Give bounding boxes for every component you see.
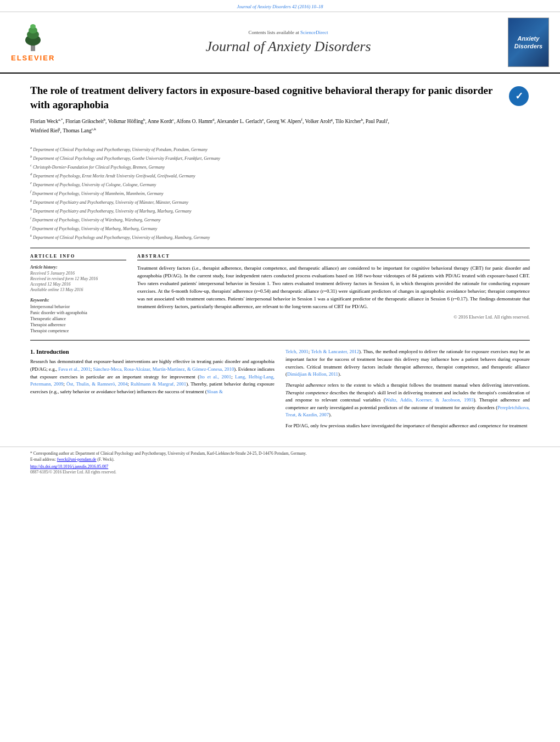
ref-ost[interactable]: Öst, Thulin, & Ramnerö, 2004 — [66, 381, 127, 387]
affiliation-h: h Department of Psychiatry and Psychothe… — [30, 207, 530, 215]
ref-dimidjian[interactable]: Dimidjian & Hollon, 2011 — [287, 371, 338, 377]
ref-telch-2001[interactable]: Telch, 2001 — [285, 349, 309, 354]
intro-paragraph-right-2: Therapist adherence refers to the extent… — [285, 382, 530, 419]
header-left: ELSEVIER — [11, 23, 82, 62]
corresponding-author-note: * Corresponding author at: Department of… — [30, 450, 530, 463]
article-title-section: The role of treatment delivery factors i… — [30, 83, 530, 138]
elsevier-logo: ELSEVIER — [11, 23, 82, 62]
article-info-abstract: ARTICLE INFO Article history: Received 5… — [30, 254, 530, 334]
accepted-date: Accepted 12 May 2016 — [30, 282, 126, 287]
ref-waltz[interactable]: Waltz, Addis, Koerner, & Jacobson, 1993 — [385, 397, 474, 403]
article-body: The role of treatment delivery factors i… — [0, 74, 560, 439]
affiliation-j: j Department of Psychology, University o… — [30, 224, 530, 232]
article-title-text: The role of treatment delivery factors i… — [30, 83, 502, 138]
intro-paragraph-right-1: Telch, 2001; Telch & Lancaster, 2012). T… — [285, 348, 530, 378]
sciencedirect-link: Contents lists available at ScienceDirec… — [88, 30, 489, 35]
elsevier-wordmark: ELSEVIER — [11, 54, 55, 62]
journal-cover-text: AnxietyDisorders — [514, 35, 542, 51]
affiliations: a Department of Clinical Psychology and … — [30, 145, 530, 242]
header-right: AnxietyDisorders — [494, 18, 549, 67]
divider-after-affiliations — [30, 248, 530, 248]
journal-title: Journal of Anxiety Disorders — [88, 38, 489, 55]
available-date: Available online 13 May 2016 — [30, 287, 126, 292]
main-left: 1. Introduction Research has demonstrate… — [30, 348, 275, 433]
affiliation-c: c Christoph-Dornier-Foundation for Clini… — [30, 163, 530, 171]
abstract-text: Treatment delivery factors (i.e., therap… — [137, 265, 530, 311]
ref-sloan[interactable]: Sloan & — [207, 389, 223, 394]
main-right: Telch, 2001; Telch & Lancaster, 2012). T… — [285, 348, 530, 433]
ref-telch-2012[interactable]: Telch & Lancaster, 2012 — [311, 349, 360, 354]
email-person: (F. Weck). — [97, 457, 114, 462]
sciencedirect-anchor[interactable]: ScienceDirect — [300, 30, 328, 35]
intro-paragraph-1: Research has demonstrated that exposure-… — [30, 358, 275, 395]
affiliation-a: a Department of Clinical Psychology and … — [30, 145, 530, 153]
keywords-block: Keywords: Interpersonal behavior Panic d… — [30, 298, 126, 333]
affiliation-f: f Department of Psychology, University o… — [30, 189, 530, 197]
email-link[interactable]: fweck@uni-potsdam.de — [57, 457, 97, 462]
keyword-5: Therapist competence — [30, 328, 126, 333]
therapist-competence-term: Therapist competence — [285, 390, 328, 395]
page: Journal of Anxiety Disorders 42 (2016) 1… — [0, 0, 560, 742]
elsevier-tree-icon — [11, 23, 55, 53]
affiliation-i: i Department of Psychology, University o… — [30, 215, 530, 224]
ref-sanchez[interactable]: Sánchez-Meca, Rosa-Alcázar, Martín-Martí… — [93, 366, 234, 372]
header: ELSEVIER Contents lists available at Sci… — [0, 12, 560, 74]
svg-point-4 — [30, 24, 36, 29]
affiliation-b: b Department of Clinical Psychology and … — [30, 154, 530, 162]
article-info-head: ARTICLE INFO — [30, 254, 126, 260]
header-center: Contents lists available at ScienceDirec… — [88, 30, 489, 55]
affiliation-e: e Department of Psychology, University o… — [30, 180, 530, 188]
journal-cover: AnxietyDisorders — [508, 18, 549, 67]
crossmark[interactable]: ✓ — [508, 83, 530, 138]
article-history: Article history: Received 5 January 2016… — [30, 265, 126, 292]
affiliation-d: d Department of Psychology, Ernst Moritz… — [30, 171, 530, 180]
keyword-3: Therapeutic alliance — [30, 316, 126, 321]
crossmark-badge[interactable]: ✓ — [509, 86, 529, 106]
keyword-1: Interpersonal behavior — [30, 304, 126, 309]
email-label: E-mail address: — [30, 457, 56, 462]
affiliation-g: g Department of Psychiatry and Psychothe… — [30, 198, 530, 206]
copyright: © 2016 Elsevier Ltd. All rights reserved… — [137, 314, 530, 320]
top-bar: Journal of Anxiety Disorders 42 (2016) 1… — [0, 0, 560, 12]
keywords-label: Keywords: — [30, 298, 126, 303]
keyword-4: Therapist adherence — [30, 322, 126, 327]
right-col: ABSTRACT Treatment delivery factors (i.e… — [137, 254, 530, 334]
doi-anchor[interactable]: http://dx.doi.org/10.1016/j.janxdis.2016… — [30, 464, 108, 469]
footer: * Corresponding author at: Department of… — [0, 447, 560, 481]
ref-ruhlmann[interactable]: Ruhlmann & Margraf, 2001 — [131, 381, 186, 387]
keyword-2: Panic disorder with agoraphobia — [30, 310, 126, 315]
journal-ref: Journal of Anxiety Disorders 42 (2016) 1… — [237, 4, 323, 9]
history-label: Article history: — [30, 265, 126, 270]
issn-text: 0887-6185/© 2016 Elsevier Ltd. All right… — [30, 470, 530, 475]
ref-perepletchikova[interactable]: Perepletchikova, Treat, & Kazdin, 2007 — [285, 405, 530, 418]
left-col: ARTICLE INFO Article history: Received 5… — [30, 254, 126, 334]
article-main-title: The role of treatment delivery factors i… — [30, 83, 502, 111]
received-date: Received 5 January 2016 — [30, 271, 126, 276]
abstract-head: ABSTRACT — [137, 254, 530, 260]
intro-paragraph-right-3: For PD/AG, only few previous studies hav… — [285, 422, 530, 430]
introduction-title: 1. Introduction — [30, 348, 275, 355]
doi-link[interactable]: http://dx.doi.org/10.1016/j.janxdis.2016… — [30, 464, 530, 469]
revised-date: Received in revised form 12 May 2016 — [30, 276, 126, 281]
authors: Florian Wecka,*, Florian Grikscheitb, Vo… — [30, 117, 502, 135]
therapist-adherence-term: Therapist adherence — [285, 382, 326, 388]
main-content: 1. Introduction Research has demonstrate… — [30, 348, 530, 433]
ref-fava[interactable]: Fava et al., 2001 — [58, 366, 91, 372]
divider-after-abstract — [30, 340, 530, 341]
affiliation-k: k Department of Clinical Psychology and … — [30, 233, 530, 241]
ref-ito[interactable]: Ito et al., 2001 — [199, 374, 231, 380]
